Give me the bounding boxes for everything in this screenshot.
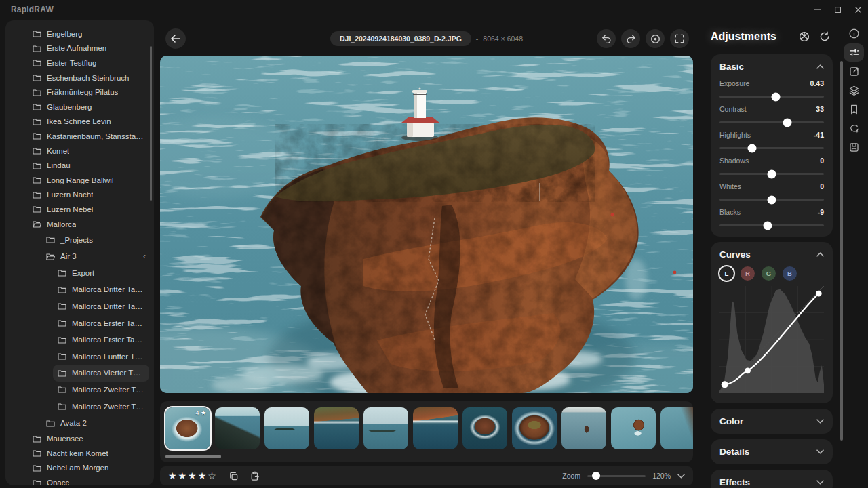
- zoom-slider-knob[interactable]: [592, 472, 600, 480]
- curve-point[interactable]: [816, 291, 822, 297]
- folder-tree-item[interactable]: Mallorca Erster Ta…: [5, 314, 154, 331]
- folder-tree-item[interactable]: Air 3 ‹: [5, 248, 154, 265]
- curve-channel-button[interactable]: B: [783, 266, 797, 281]
- preview-original-icon[interactable]: [646, 29, 665, 48]
- folder-tree-item[interactable]: Mallorca Zweiter T…: [5, 398, 154, 415]
- chevron-down-icon[interactable]: [816, 480, 824, 485]
- slider-track[interactable]: [719, 96, 824, 98]
- close-button[interactable]: [848, 0, 868, 19]
- filmstrip-thumbnail[interactable]: [512, 407, 557, 449]
- filmstrip-thumbnail[interactable]: 4 ★: [165, 407, 210, 449]
- sidebar-scrollbar[interactable]: [150, 46, 152, 201]
- main-photo[interactable]: [160, 56, 693, 393]
- ai-tools-icon[interactable]: [844, 119, 864, 138]
- folder-tree-item[interactable]: Mauensee: [5, 431, 154, 446]
- folder-tree-item[interactable]: Export: [5, 265, 154, 282]
- info-icon[interactable]: [844, 24, 864, 43]
- curve-point[interactable]: [722, 381, 728, 388]
- slider-track[interactable]: [719, 173, 824, 175]
- paste-settings-button[interactable]: [250, 471, 260, 481]
- auto-adjust-icon[interactable]: [799, 31, 810, 42]
- adjustments-icon[interactable]: [844, 43, 864, 62]
- back-button[interactable]: [165, 28, 186, 49]
- folder-tree-item[interactable]: Long Range Ballwil: [5, 173, 154, 188]
- presets-bookmark-icon[interactable]: [844, 100, 864, 119]
- fullscreen-button[interactable]: [670, 29, 689, 48]
- chevron-up-icon[interactable]: [816, 252, 824, 257]
- folder-tree-item[interactable]: Engelberg: [5, 26, 154, 41]
- zoom-dropdown-chevron-icon[interactable]: [677, 474, 685, 479]
- chevron-up-icon[interactable]: [816, 64, 824, 69]
- folder-tree-item[interactable]: Luzern Nebel: [5, 202, 154, 217]
- folder-tree-item[interactable]: Komet: [5, 144, 154, 159]
- slider-track[interactable]: [719, 224, 824, 226]
- folder-tree-item[interactable]: Ikea Schnee Levin: [5, 115, 154, 129]
- slider-knob[interactable]: [763, 221, 772, 230]
- collapse-chevron-icon[interactable]: ‹: [143, 251, 149, 261]
- filmstrip-thumbnail[interactable]: [215, 407, 260, 449]
- filmstrip-thumbnail[interactable]: [314, 407, 359, 449]
- folder-tree-item[interactable]: Luzern Nacht: [5, 188, 154, 203]
- stars-filled[interactable]: ★★★★: [168, 470, 208, 481]
- folder-tree-item[interactable]: Erste Aufnahmen: [5, 41, 154, 56]
- folder-tree-item[interactable]: Mallorca Vierter T…: [53, 365, 149, 382]
- curve-channel-button[interactable]: L: [719, 266, 734, 281]
- folder-tree-item[interactable]: Mallorca Fünfter T…: [5, 348, 154, 365]
- filmstrip-thumbnail[interactable]: [462, 407, 507, 449]
- slider-knob[interactable]: [768, 195, 776, 204]
- folder-tree-item[interactable]: Mallorca Dritter Ta…: [5, 281, 154, 298]
- slider-knob[interactable]: [747, 144, 756, 152]
- effects-section-header[interactable]: Effects: [719, 477, 824, 487]
- basic-section-header[interactable]: Basic: [719, 62, 824, 72]
- chevron-down-icon[interactable]: [816, 449, 824, 454]
- masks-layers-icon[interactable]: [844, 81, 864, 100]
- crop-icon[interactable]: [844, 62, 864, 81]
- undo-button[interactable]: [597, 29, 616, 48]
- folder-tree-item[interactable]: _Projects: [5, 231, 154, 248]
- filmstrip-thumbnail[interactable]: [611, 407, 656, 449]
- slider-knob[interactable]: [768, 169, 776, 178]
- folder-tree-item[interactable]: Glaubenberg: [5, 100, 154, 115]
- folder-tree-item[interactable]: Kastanienbaum, Stanssta…: [5, 129, 154, 144]
- filmstrip-thumbnail[interactable]: [363, 407, 408, 449]
- zoom-slider[interactable]: [587, 475, 646, 477]
- minimize-button[interactable]: [807, 0, 827, 19]
- redo-button[interactable]: [621, 29, 640, 48]
- curve-point[interactable]: [745, 367, 751, 373]
- tone-curve-editor[interactable]: [719, 286, 824, 396]
- folder-tree-item[interactable]: Lindau: [5, 158, 154, 173]
- curve-channel-button[interactable]: R: [741, 266, 755, 281]
- export-save-icon[interactable]: [844, 138, 864, 157]
- filmstrip-thumbnail[interactable]: [264, 407, 309, 449]
- folder-tree-item[interactable]: Nacht kein Komet: [5, 446, 154, 461]
- filmstrip-thumbnail[interactable]: [660, 407, 693, 449]
- filename-chip[interactable]: DJI_20240924184030_0389_D-2.JPG: [330, 31, 471, 46]
- chevron-down-icon[interactable]: [816, 419, 824, 424]
- details-section-header[interactable]: Details: [719, 447, 824, 457]
- filmstrip-thumbnail[interactable]: [413, 407, 458, 449]
- star-rating[interactable]: ★★★★☆: [168, 470, 218, 481]
- reset-adjustments-icon[interactable]: [819, 31, 830, 42]
- copy-settings-button[interactable]: [229, 471, 239, 481]
- folder-tree-item[interactable]: Nebel am Morgen: [5, 461, 154, 476]
- slider-knob[interactable]: [772, 92, 781, 101]
- folder-tree-item[interactable]: Mallorca: [5, 217, 154, 232]
- slider-knob[interactable]: [783, 118, 792, 127]
- filmstrip-scrollbar[interactable]: [165, 455, 221, 458]
- slider-track[interactable]: [719, 147, 824, 149]
- curves-section-header[interactable]: Curves: [719, 249, 824, 260]
- slider-track[interactable]: [719, 121, 824, 123]
- folder-tree-item[interactable]: Opacc: [5, 475, 154, 485]
- folder-tree-item[interactable]: Mallorca Dritter Ta…: [5, 298, 154, 315]
- filmstrip-thumbnail[interactable]: [561, 407, 606, 449]
- folder-tree-item[interactable]: Eschenbach Steinbruch: [5, 70, 154, 85]
- curve-channel-button[interactable]: G: [762, 266, 776, 281]
- slider-track[interactable]: [719, 199, 824, 201]
- star-empty[interactable]: ☆: [208, 470, 218, 481]
- folder-tree-item[interactable]: Erster Testflug: [5, 56, 154, 70]
- folder-tree-item[interactable]: Mallorca Zweiter T…: [5, 382, 154, 399]
- folder-tree-item[interactable]: Mallorca Erster Ta…: [5, 331, 154, 348]
- color-section-header[interactable]: Color: [719, 416, 824, 426]
- maximize-button[interactable]: [827, 0, 848, 19]
- folder-tree-item[interactable]: Fräkmüntegg Pilatus: [5, 85, 154, 100]
